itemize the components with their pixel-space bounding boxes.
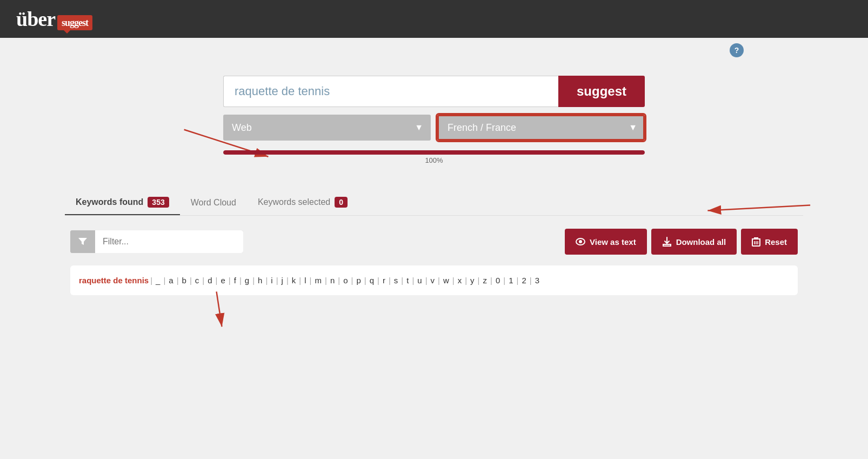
tab-keywords-found-label: Keywords found: [76, 197, 143, 207]
alpha-letter-e[interactable]: e: [219, 275, 227, 285]
tabs-section: Keywords found 353 Word Cloud Keywords s…: [0, 191, 868, 295]
alpha-letter-p[interactable]: p: [355, 275, 362, 285]
tab-keywords-selected[interactable]: Keywords selected 0: [247, 191, 358, 215]
alphabet-keyword[interactable]: raquette de tennis: [79, 276, 149, 285]
alpha-letter-d[interactable]: d: [206, 275, 213, 285]
tab-word-cloud-label: Word Cloud: [191, 198, 236, 208]
tab-keywords-found[interactable]: Keywords found 353: [65, 191, 180, 215]
alpha-letter-x[interactable]: x: [456, 275, 464, 285]
filter-actions-row: View as text Download all: [65, 229, 803, 255]
logo-suggest: suggest: [57, 15, 92, 30]
view-as-text-button[interactable]: View as text: [565, 229, 647, 255]
alpha-letter-l[interactable]: l: [303, 275, 308, 285]
alpha-letter-r[interactable]: r: [381, 275, 387, 285]
alpha-letter-w[interactable]: w: [442, 275, 451, 285]
progress-bar-fill: [223, 150, 645, 155]
eye-icon: [576, 238, 585, 245]
alpha-letter-3[interactable]: 3: [533, 275, 541, 285]
main-content: ? suggest Web Images News Shopping YouTu…: [0, 38, 868, 459]
filter-wrapper: [70, 230, 243, 253]
keywords-selected-badge: 0: [335, 197, 348, 208]
search-section: suggest Web Images News Shopping YouTube…: [0, 76, 868, 164]
keywords-found-badge: 353: [148, 197, 169, 208]
alpha-letter-2[interactable]: 2: [520, 275, 528, 285]
language-dropdown[interactable]: French / France English / US German / Ge…: [437, 115, 645, 141]
alpha-letter-k[interactable]: k: [290, 275, 298, 285]
alpha-letter-h[interactable]: h: [256, 275, 264, 285]
alpha-letter-0[interactable]: 0: [494, 275, 502, 285]
source-dropdown-wrapper: Web Images News Shopping YouTube ▼: [223, 115, 431, 141]
download-all-button[interactable]: Download all: [651, 229, 737, 255]
alpha-letter-s[interactable]: s: [392, 275, 400, 285]
help-icon-container: ?: [730, 43, 744, 57]
alpha-letter-b[interactable]: b: [181, 275, 188, 285]
alpha-letter-u[interactable]: u: [416, 275, 423, 285]
source-dropdown[interactable]: Web Images News Shopping YouTube: [223, 115, 431, 141]
funnel-icon: [78, 237, 88, 247]
alpha-letter-i[interactable]: i: [269, 275, 274, 285]
alpha-letter-underscore[interactable]: _: [154, 275, 162, 285]
reset-label: Reset: [765, 237, 787, 247]
progress-label: 100%: [223, 156, 645, 164]
alpha-letter-o[interactable]: o: [342, 275, 349, 285]
alpha-letter-1[interactable]: 1: [507, 275, 515, 285]
download-all-label: Download all: [676, 237, 726, 247]
action-buttons: View as text Download all: [565, 229, 798, 255]
suggest-button[interactable]: suggest: [558, 76, 645, 107]
logo-uber: übersuggest: [16, 7, 92, 31]
tab-word-cloud[interactable]: Word Cloud: [180, 192, 247, 215]
dropdowns-row: Web Images News Shopping YouTube ▼ Frenc…: [223, 115, 645, 141]
alphabet-section: raquette de tennis | _ | a | b | c | d |…: [70, 265, 798, 295]
svg-point-7: [579, 240, 582, 243]
language-dropdown-wrapper: French / France English / US German / Ge…: [437, 115, 645, 141]
filter-input[interactable]: [95, 230, 243, 253]
search-row: suggest: [223, 76, 645, 107]
help-icon[interactable]: ?: [730, 43, 744, 57]
alpha-letter-f[interactable]: f: [232, 275, 238, 285]
alpha-sep-start: |: [150, 276, 152, 285]
alpha-letter-c[interactable]: c: [193, 275, 201, 285]
svg-line-5: [217, 291, 222, 327]
alpha-letter-a[interactable]: a: [167, 275, 175, 285]
alpha-letter-v[interactable]: v: [429, 275, 437, 285]
alpha-letter-n[interactable]: n: [329, 275, 336, 285]
tab-keywords-selected-label: Keywords selected: [258, 197, 330, 207]
filter-icon-button[interactable]: [70, 230, 95, 253]
alphabet-row: raquette de tennis | _ | a | b | c | d |…: [79, 275, 789, 285]
progress-bar-bg: [223, 150, 645, 155]
download-icon: [662, 237, 672, 247]
alpha-letter-j[interactable]: j: [280, 275, 285, 285]
alpha-letter-y[interactable]: y: [469, 275, 476, 285]
tabs-bar: Keywords found 353 Word Cloud Keywords s…: [65, 191, 803, 216]
view-as-text-label: View as text: [590, 237, 636, 247]
logo-uber-text: über: [16, 8, 55, 30]
alpha-letter-m[interactable]: m: [313, 275, 324, 285]
alpha-letter-z[interactable]: z: [482, 275, 489, 285]
reset-button[interactable]: Reset: [741, 229, 798, 255]
alpha-letter-g[interactable]: g: [243, 275, 251, 285]
trash-icon: [752, 237, 760, 247]
alpha-letter-t[interactable]: t: [405, 275, 410, 285]
alpha-letter-q[interactable]: q: [368, 275, 376, 285]
header: übersuggest: [0, 0, 868, 38]
search-input[interactable]: [223, 76, 558, 107]
progress-container: 100%: [223, 150, 645, 164]
